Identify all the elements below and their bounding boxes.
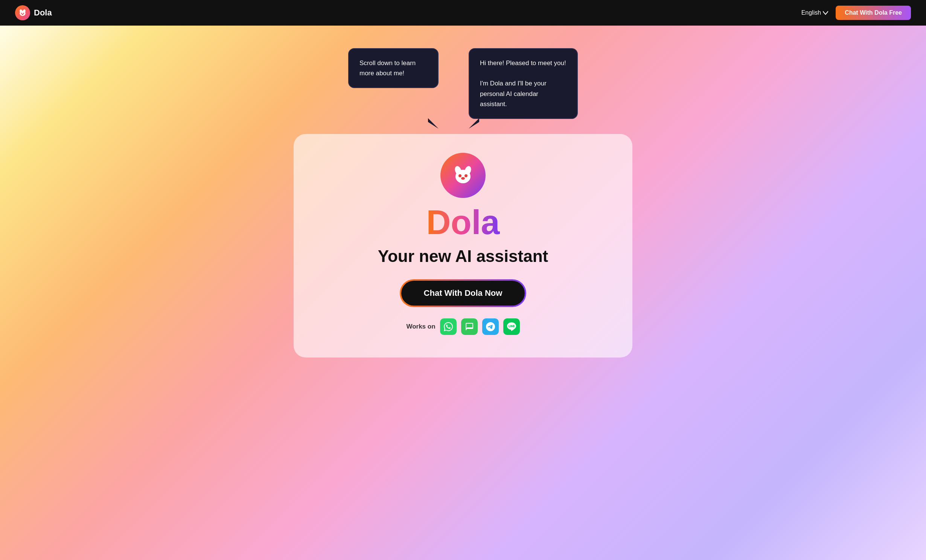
left-bubble-wrapper: Scroll down to learn more about me! (348, 48, 439, 119)
nav-logo-icon (15, 5, 30, 20)
nav-logo: Dola (15, 5, 52, 20)
dola-brand-name: Dola (426, 205, 500, 239)
svg-marker-7 (428, 118, 439, 129)
svg-point-6 (22, 14, 23, 15)
left-speech-bubble: Scroll down to learn more about me! (348, 48, 439, 88)
hero-section: Scroll down to learn more about me! Hi t… (0, 26, 926, 560)
hero-center: Dola Your new AI assistant Chat With Dol… (294, 134, 632, 358)
svg-point-5 (23, 13, 24, 14)
hero-cta-button[interactable]: Chat With Dola Now (400, 279, 527, 307)
works-on-label: Works on (406, 323, 435, 330)
dola-mascot-icon (450, 162, 476, 189)
nav-right: English Chat With Dola Free (801, 6, 911, 20)
right-bubble-wrapper: Hi there! Pleased to meet you! I'm Dola … (469, 48, 578, 119)
imessage-icon (461, 318, 478, 335)
hero-tagline: Your new AI assistant (378, 247, 548, 266)
nav-cta-button[interactable]: Chat With Dola Free (836, 6, 911, 20)
language-selector[interactable]: English (801, 9, 828, 16)
line-icon (503, 318, 520, 335)
right-speech-bubble: Hi there! Pleased to meet you! I'm Dola … (469, 48, 578, 119)
svg-point-14 (465, 174, 468, 177)
right-bubble-tail (468, 118, 479, 129)
left-bubble-tail (428, 118, 439, 129)
chevron-down-icon (823, 10, 828, 15)
dola-logo-circle (440, 153, 486, 198)
svg-point-15 (461, 177, 465, 180)
svg-marker-8 (469, 118, 479, 129)
speech-bubbles-row: Scroll down to learn more about me! Hi t… (294, 48, 632, 119)
svg-point-4 (21, 13, 22, 14)
whatsapp-icon (440, 318, 457, 335)
right-bubble-line1: Hi there! Pleased to meet you! (480, 58, 567, 68)
svg-point-13 (458, 174, 461, 177)
works-on-section: Works on (406, 318, 519, 335)
right-bubble-line2: I'm Dola and I'll be your personal AI ca… (480, 78, 567, 109)
nav-logo-text: Dola (34, 8, 52, 18)
navbar: Dola English Chat With Dola Free (0, 0, 926, 26)
language-label: English (801, 9, 821, 16)
telegram-icon (482, 318, 499, 335)
